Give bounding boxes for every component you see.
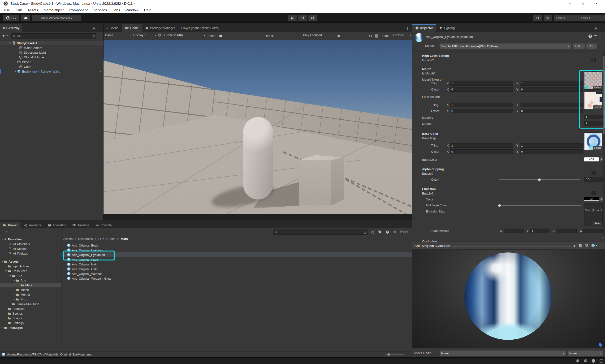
menu-file[interactable]: File bbox=[1, 7, 13, 13]
mouth-offset-y-field[interactable]: 0 bbox=[520, 87, 582, 92]
undo-history-button[interactable]: ↺ bbox=[533, 15, 542, 21]
tab-scene[interactable]: #Scene bbox=[103, 24, 122, 32]
base-map-thumbnail[interactable]: Select bbox=[584, 132, 602, 150]
base-color-swatch[interactable]: HDR bbox=[584, 157, 599, 161]
minimize-button[interactable]: – bbox=[563, 0, 576, 7]
favorites-star-icon[interactable]: ★ bbox=[393, 230, 396, 234]
tree-folder-selected[interactable]: Mats bbox=[0, 283, 61, 287]
tree-folder[interactable]: ▸Yuzu bbox=[0, 297, 61, 302]
expand-search-icon[interactable] bbox=[363, 231, 367, 234]
menu-services[interactable]: Services bbox=[90, 7, 110, 13]
base-offset-y-field[interactable]: 0 bbox=[520, 149, 582, 154]
expand-search-icon[interactable] bbox=[92, 35, 95, 38]
search-importlog-icon[interactable] bbox=[386, 230, 389, 234]
hierarchy-item[interactable]: Cube bbox=[0, 64, 103, 69]
scene-row[interactable]: ▼ StudyCase1-1 ⋮ bbox=[0, 41, 103, 45]
version-control-button[interactable]: Unity Version Control▾ bbox=[32, 15, 81, 21]
hierarchy-menu-icon[interactable]: ⋮ bbox=[98, 27, 101, 31]
favorite-item[interactable]: All Prefabs bbox=[0, 251, 61, 256]
scale-slider-knob[interactable] bbox=[219, 35, 222, 37]
breadcrumb-item[interactable]: Assets bbox=[63, 237, 73, 241]
close-button[interactable]: × bbox=[589, 0, 604, 7]
expand-icon[interactable]: ▸ bbox=[14, 70, 17, 73]
tree-folder[interactable]: ▸Samples bbox=[0, 306, 61, 311]
scale-slider[interactable] bbox=[219, 36, 263, 36]
menu-help[interactable]: Help bbox=[141, 7, 154, 13]
alpha-enable-checkbox[interactable] bbox=[592, 171, 595, 175]
mul-base-color-slider[interactable] bbox=[499, 205, 581, 206]
prefab-open-chevron[interactable]: > bbox=[99, 70, 101, 73]
account-button[interactable]: G▾ bbox=[3, 15, 19, 21]
tab-project[interactable]: Project bbox=[0, 222, 21, 228]
emission-color-swatch[interactable]: HDR bbox=[584, 197, 599, 201]
tree-folder[interactable]: ▸Momoi bbox=[0, 292, 61, 297]
tab-player-input-actions[interactable]: Player (Input Actions Editor) bbox=[178, 24, 222, 32]
tree-packages-root[interactable]: ▸Packages bbox=[0, 325, 61, 330]
restore-button[interactable] bbox=[576, 0, 589, 7]
profiler-disabled-icon[interactable] bbox=[591, 359, 595, 363]
tab-package-manager[interactable]: Package Manager bbox=[142, 24, 179, 32]
hierarchy-item-prefab[interactable]: ▸ Environment_Narrow_Walls > bbox=[0, 69, 103, 74]
tree-folder[interactable]: ▸Midori bbox=[0, 287, 61, 292]
tab-inspector[interactable]: Inspector bbox=[412, 24, 436, 32]
mouth-texture-select-button[interactable]: Select bbox=[593, 86, 602, 89]
add-object-arrow-icon[interactable]: ▾ bbox=[7, 35, 8, 37]
tab-console[interactable]: Console bbox=[92, 222, 115, 228]
layout-dropdown[interactable]: Layout▾ bbox=[579, 15, 605, 21]
scene-menu-icon[interactable]: ⋮ bbox=[97, 41, 101, 45]
debugger-disabled-icon[interactable] bbox=[575, 359, 579, 363]
is-face-checkbox[interactable]: ✓ bbox=[592, 58, 595, 62]
emission-enable-checkbox[interactable] bbox=[592, 191, 595, 195]
base-offset-x-field[interactable]: 0 bbox=[450, 149, 513, 154]
emission-map-slot[interactable]: None (Texture) Select bbox=[584, 205, 603, 225]
hidden-packages-eye-icon[interactable] bbox=[400, 231, 404, 233]
notifications-disabled-icon[interactable] bbox=[583, 359, 588, 363]
add-object-button[interactable]: + bbox=[2, 33, 5, 38]
panel-divider[interactable] bbox=[103, 23, 103, 220]
preview-play-button[interactable]: ▶ bbox=[574, 244, 576, 247]
view-mode-dropdown[interactable]: Game▾ bbox=[105, 33, 131, 37]
preview-drag-handle[interactable] bbox=[452, 245, 571, 247]
preview-sphere-mode-icon[interactable] bbox=[578, 244, 582, 248]
asset-row[interactable]: Aris_Original_Weapon_Glow bbox=[62, 276, 412, 281]
cutoff-value-field[interactable]: 0.5 bbox=[584, 177, 603, 182]
inspector-scrollbar[interactable] bbox=[603, 52, 605, 240]
shader-edit-button[interactable]: Edit... bbox=[573, 43, 585, 49]
channelmask-x-field[interactable]: 1 bbox=[504, 229, 524, 233]
tab-animator[interactable]: Animator bbox=[21, 222, 44, 228]
assetbundle-variant-dropdown[interactable]: None▾ bbox=[568, 351, 603, 356]
asset-row[interactable]: Aris_Original_Halo bbox=[62, 267, 412, 271]
create-asset-arrow-icon[interactable]: ▾ bbox=[6, 231, 7, 233]
face-offset-x-field[interactable]: 0 bbox=[450, 109, 513, 113]
base-tiling-y-field[interactable]: 1 bbox=[520, 143, 582, 148]
tree-folder[interactable]: Scripts bbox=[0, 316, 61, 321]
face-offset-y-field[interactable]: 0 bbox=[520, 109, 582, 113]
tab-animation[interactable]: Animation bbox=[45, 222, 70, 228]
game-panel-menu-icon[interactable]: ⋮ bbox=[406, 26, 412, 32]
preview-menu-icon[interactable]: ⋮ bbox=[599, 244, 603, 247]
favorites-root[interactable]: ▼★Favorites bbox=[0, 237, 61, 242]
lock-icon[interactable] bbox=[92, 27, 95, 30]
cloud-button[interactable] bbox=[21, 15, 30, 21]
project-search-input[interactable] bbox=[273, 230, 368, 235]
hierarchy-item[interactable]: ▸Player bbox=[0, 60, 103, 64]
favorite-item[interactable]: All Models bbox=[0, 246, 61, 251]
tree-folder[interactable]: InputActions bbox=[0, 264, 61, 269]
favorite-item[interactable]: All Materials bbox=[0, 242, 61, 246]
help-icon[interactable]: ? bbox=[589, 35, 592, 38]
mouth-r-field[interactable]: 2 bbox=[584, 121, 603, 126]
menu-component[interactable]: Component bbox=[66, 7, 90, 13]
shader-dropdown[interactable]: SimpleURPToonLitExample(With Outline)▾ bbox=[439, 43, 571, 49]
asset-row[interactable]: Aris_Original_Body bbox=[62, 243, 412, 248]
tree-folder[interactable]: ▼Assets bbox=[0, 259, 61, 264]
pause-button[interactable] bbox=[298, 15, 307, 21]
tab-lighting[interactable]: Lighting bbox=[436, 24, 458, 32]
breadcrumb-item[interactable]: FBX bbox=[98, 237, 104, 241]
menu-edit[interactable]: Edit bbox=[13, 7, 25, 13]
scroll-down-icon[interactable]: ▼ bbox=[603, 237, 605, 239]
asset-row-selected[interactable]: Aris_Original_EyeMouth bbox=[62, 252, 412, 257]
display-dropdown[interactable]: Display 1▾ bbox=[133, 33, 156, 37]
play-button[interactable]: ▶ bbox=[288, 15, 297, 21]
presets-icon[interactable] bbox=[594, 35, 597, 38]
lock-icon[interactable] bbox=[594, 27, 597, 30]
